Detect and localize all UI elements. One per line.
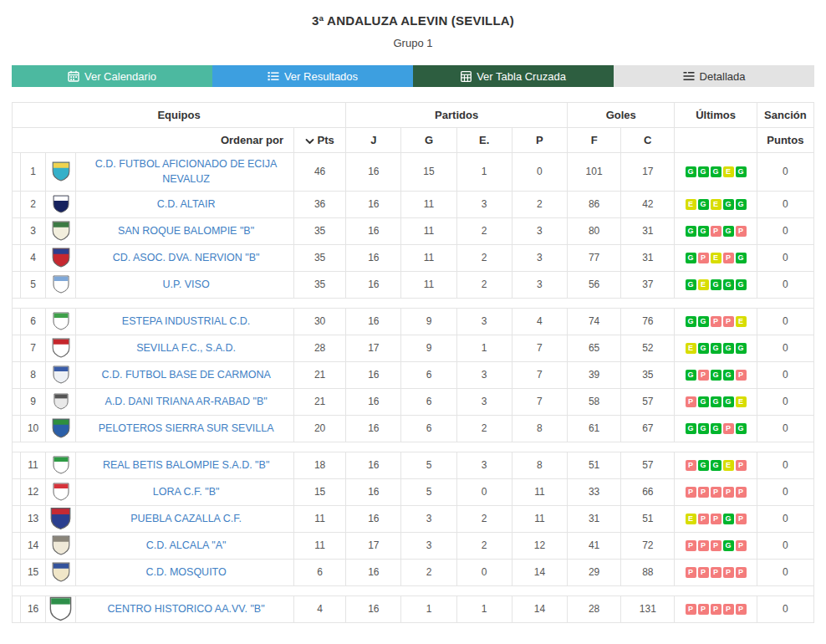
team-crest-icon <box>53 275 69 294</box>
won-cell: 9 <box>401 335 456 361</box>
last5-results: GPGGP <box>675 370 756 381</box>
crest-cell <box>46 595 76 622</box>
last5-results-cell: GEGGG <box>675 271 757 298</box>
header-goles-favor: F <box>568 128 621 153</box>
won-cell: 11 <box>401 191 456 217</box>
points-cell: 18 <box>294 452 346 478</box>
team-link[interactable]: C.D. MOSQUITO <box>145 566 226 578</box>
result-badge-g: G <box>686 370 696 381</box>
tab-ver-tabla-cruzada[interactable]: Ver Tabla Cruzada <box>413 65 614 87</box>
team-crest-icon <box>52 221 70 241</box>
won-cell: 15 <box>401 153 456 192</box>
tab-label: Ver Resultados <box>284 70 358 83</box>
team-link[interactable]: CENTRO HISTORICO AA.VV. "B" <box>108 603 265 615</box>
zone-marker-cell <box>13 532 21 559</box>
result-badge-g: G <box>698 316 709 327</box>
tab-detallada[interactable]: Detallada <box>614 65 814 87</box>
goals-for-cell: 31 <box>568 505 621 532</box>
won-cell: 6 <box>401 361 456 388</box>
zone-marker-cell <box>13 153 21 192</box>
last5-results: PPPPP <box>675 604 756 615</box>
header-goles: Goles <box>568 103 675 128</box>
result-badge-p: P <box>736 226 747 237</box>
lost-cell: 14 <box>512 595 567 622</box>
result-badge-p: P <box>698 604 709 615</box>
result-badge-g: G <box>711 423 721 434</box>
team-link[interactable]: A.D. DANI TRIANA AR-RABAD "B" <box>105 396 268 407</box>
team-link[interactable]: C.D. ALCALA "A" <box>146 539 227 551</box>
goals-against-cell: 72 <box>621 532 675 559</box>
result-badge-p: P <box>698 253 709 263</box>
team-link[interactable]: C.D. FUTBOL AFICIONADO DE ECIJA NEVALUZ <box>95 158 278 185</box>
played-cell: 16 <box>346 415 401 442</box>
sanction-points-cell: 0 <box>757 308 813 335</box>
result-badge-p: P <box>698 514 709 524</box>
crest-cell <box>46 415 76 442</box>
drawn-cell: 2 <box>456 415 512 442</box>
goals-for-cell: 74 <box>568 308 621 335</box>
team-link[interactable]: U.P. VISO <box>163 279 210 290</box>
points-cell: 35 <box>294 271 346 298</box>
result-badge-g: G <box>698 166 709 177</box>
table-row: 14C.D. ALCALA "A"111732124172PPPGP0 <box>13 532 814 559</box>
team-name-cell: PELOTEROS SIERRA SUR SEVILLA <box>76 415 294 442</box>
list-icon <box>268 71 279 81</box>
zone-marker-cell <box>13 452 21 478</box>
position-cell: 5 <box>21 271 46 298</box>
played-cell: 16 <box>346 388 401 415</box>
played-cell: 16 <box>346 595 401 622</box>
team-link[interactable]: PUEBLA CAZALLA C.F. <box>130 513 242 524</box>
table-row: 8C.D. FUTBOL BASE DE CARMONA21166373935G… <box>13 361 814 388</box>
team-name-cell: LORA C.F. "B" <box>76 478 294 505</box>
result-badge-e: E <box>698 279 709 290</box>
won-cell: 11 <box>401 217 456 244</box>
lost-cell: 2 <box>512 191 567 217</box>
goals-against-cell: 42 <box>621 191 675 217</box>
goals-for-cell: 29 <box>568 559 621 585</box>
sanction-points-cell: 0 <box>757 217 813 244</box>
calendar-icon <box>68 70 79 82</box>
result-badge-p: P <box>711 316 721 327</box>
team-link[interactable]: SAN ROQUE BALOMPIE "B" <box>118 225 254 237</box>
played-cell: 16 <box>346 361 401 388</box>
team-link[interactable]: C.D. ALTAIR <box>157 198 216 210</box>
last5-results-cell: PGGEP <box>675 452 757 478</box>
header-perdidos: P <box>512 128 567 153</box>
tab-ver-resultados[interactable]: Ver Resultados <box>212 65 413 87</box>
drawn-cell: 2 <box>456 271 512 298</box>
goals-for-cell: 101 <box>568 153 621 192</box>
team-link[interactable]: SEVILLA F.C., S.A.D. <box>136 342 236 354</box>
result-badge-g: G <box>711 343 721 354</box>
goals-against-cell: 131 <box>621 595 675 622</box>
points-cell: 35 <box>294 217 346 244</box>
team-link[interactable]: LORA C.F. "B" <box>153 486 220 498</box>
position-cell: 3 <box>21 217 46 244</box>
sort-dropdown-pts[interactable]: Pts <box>294 128 346 153</box>
team-name-cell: U.P. VISO <box>76 271 294 298</box>
tab-ver-calendario[interactable]: Ver Calendario <box>12 65 212 87</box>
team-link[interactable]: PELOTEROS SIERRA SUR SEVILLA <box>99 422 274 434</box>
goals-against-cell: 31 <box>621 244 675 271</box>
tab-label: Ver Calendario <box>84 70 156 83</box>
points-cell: 21 <box>294 361 346 388</box>
result-badge-g: G <box>723 396 734 407</box>
team-link[interactable]: REAL BETIS BALOMPIE S.A.D. "B" <box>103 459 269 471</box>
team-crest-icon <box>52 161 70 181</box>
drawn-cell: 3 <box>456 361 512 388</box>
team-link[interactable]: C.D. FUTBOL BASE DE CARMONA <box>101 369 270 381</box>
result-badge-g: G <box>686 226 696 237</box>
team-link[interactable]: ESTEPA INDUSTRIAL C.D. <box>122 315 251 327</box>
points-cell: 11 <box>294 505 346 532</box>
team-crest-icon <box>53 312 69 330</box>
won-cell: 5 <box>401 478 456 505</box>
goals-against-cell: 51 <box>621 505 675 532</box>
result-badge-e: E <box>686 199 696 210</box>
drawn-cell: 2 <box>456 217 512 244</box>
standings-page: 3ª ANDALUZA ALEVIN (SEVILLA) Grupo 1 Ver… <box>0 0 826 623</box>
lost-cell: 3 <box>512 244 567 271</box>
drawn-cell: 0 <box>456 478 512 505</box>
goals-for-cell: 80 <box>568 217 621 244</box>
team-link[interactable]: CD. ASOC. DVA. NERVION "B" <box>113 252 260 263</box>
played-cell: 16 <box>346 153 401 192</box>
result-badge-p: P <box>723 567 734 578</box>
